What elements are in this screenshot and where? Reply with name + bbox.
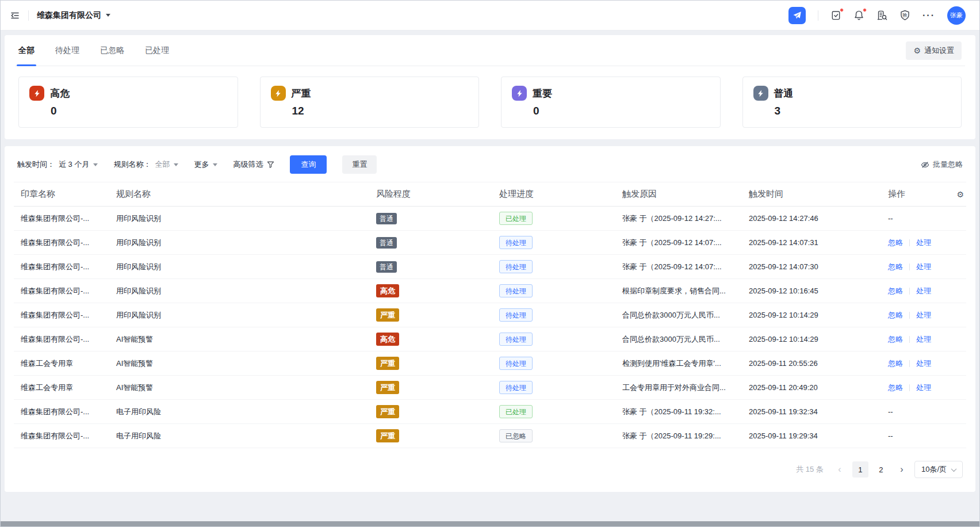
ignore-link[interactable]: 忽略	[888, 383, 903, 392]
rule-name-cell: AI智能预警	[109, 376, 369, 400]
chevron-down-icon	[951, 466, 957, 472]
tab-handled[interactable]: 已处理	[145, 35, 169, 66]
risk-level-cell: 普通	[369, 207, 492, 231]
company-switcher[interactable]: 维森集团有限公司	[37, 10, 110, 21]
page-size-value: 10条/页	[921, 464, 947, 475]
trigger-time-cell: 2025-09-12 14:07:30	[742, 255, 881, 279]
ignore-link[interactable]: 忽略	[888, 262, 903, 271]
next-page-button[interactable]: ›	[894, 461, 910, 478]
header-trigger-time: 触发时间	[742, 182, 881, 207]
risk-badge: 严重	[376, 429, 399, 442]
table-row: 维森集团有限公司-...用印风险识别严重待处理合同总价款3000万元人民币...…	[14, 303, 966, 327]
ignore-link[interactable]: 忽略	[888, 335, 903, 343]
send-message-button[interactable]	[788, 7, 806, 24]
notification-dot	[840, 8, 844, 12]
status-badge: 待处理	[499, 284, 533, 297]
risk-badge: 普通	[376, 261, 397, 273]
handle-link[interactable]: 处理	[916, 311, 931, 319]
notify-settings-label: 通知设置	[924, 45, 954, 56]
seal-name-cell: 维森集团有限公司-...	[14, 231, 109, 255]
table-row: 维森集团有限公司-...用印风险识别高危待处理根据印章制度要求，销售合同...2…	[14, 279, 966, 303]
collapse-sidebar-button[interactable]	[10, 10, 20, 21]
actions-cell: --	[881, 424, 942, 448]
trigger-reason-cell: 合同总价款3000万元人民币...	[615, 303, 742, 327]
table-row: 维森集团有限公司-...用印风险识别普通待处理张豪 于（2025-09-12 1…	[14, 255, 966, 279]
seal-name-cell: 维森集团有限公司-...	[14, 327, 109, 352]
gear-cell	[942, 231, 966, 255]
risk-badge: 高危	[376, 333, 399, 346]
window-bottom-edge	[1, 521, 979, 526]
handle-link[interactable]: 处理	[916, 238, 931, 247]
status-badge: 待处理	[499, 333, 533, 346]
actions-cell: 忽略处理	[881, 255, 942, 279]
status-cell: 已处理	[492, 400, 615, 424]
ignore-link[interactable]: 忽略	[888, 359, 903, 368]
stat-card-high-risk: 高危 0	[18, 77, 238, 128]
column-settings-icon[interactable]: ⚙	[956, 190, 964, 199]
rule-name-cell: 用印风险识别	[109, 303, 369, 327]
handle-link[interactable]: 处理	[916, 359, 931, 368]
notify-settings-button[interactable]: ⚙ 通知设置	[906, 41, 962, 60]
trigger-time-cell: 2025-09-12 14:27:46	[742, 207, 881, 231]
tab-all[interactable]: 全部	[18, 35, 35, 66]
filter-rule-name[interactable]: 规则名称：全部	[113, 159, 178, 170]
notifications-button[interactable]	[853, 10, 864, 21]
header-actions: 操作	[881, 182, 942, 207]
page-button-2[interactable]: 2	[873, 461, 889, 478]
ignore-link[interactable]: 忽略	[888, 311, 903, 319]
stat-value: 0	[533, 105, 710, 117]
table-row: 维森集团有限公司-...用印风险识别普通待处理张豪 于（2025-09-12 1…	[14, 231, 966, 255]
status-badge: 已处理	[499, 405, 533, 418]
ignore-link[interactable]: 忽略	[888, 238, 903, 247]
gear-cell	[942, 327, 966, 352]
status-cell: 待处理	[492, 376, 615, 400]
reset-button[interactable]: 重置	[342, 155, 377, 174]
risk-level-cell: 普通	[369, 231, 492, 255]
ignore-link[interactable]: 忽略	[888, 287, 903, 295]
actions-cell: 忽略处理	[881, 352, 942, 376]
avatar[interactable]: 张豪	[947, 6, 966, 25]
tab-pending[interactable]: 待处理	[55, 35, 79, 66]
table-row: 维森集团有限公司-...用印风险识别普通已处理张豪 于（2025-09-12 1…	[14, 207, 966, 231]
topbar-divider	[818, 10, 818, 21]
header-rule-name: 规则名称	[109, 182, 369, 207]
verify-shield-button[interactable]: 验	[899, 10, 910, 21]
shield-verify-icon: 验	[899, 10, 910, 21]
status-badge: 待处理	[499, 381, 533, 394]
prev-page-button[interactable]: ‹	[832, 461, 848, 478]
rule-name-cell: 用印风险识别	[109, 231, 369, 255]
status-cell: 待处理	[492, 327, 615, 352]
risk-badge: 严重	[376, 405, 399, 418]
trigger-reason-cell: 张豪 于（2025-09-12 14:07:...	[615, 255, 742, 279]
search-button[interactable]: 查询	[290, 155, 327, 174]
batch-ignore-button[interactable]: 批量忽略	[921, 159, 963, 170]
action-divider	[909, 360, 910, 367]
page-size-select[interactable]: 10条/页	[914, 461, 963, 478]
advanced-filter[interactable]: 高级筛选	[233, 159, 274, 170]
more-menu-button[interactable]: ···	[922, 10, 935, 21]
handle-link[interactable]: 处理	[916, 335, 931, 343]
action-divider	[909, 312, 910, 319]
topbar: 维森集团有限公司	[1, 1, 979, 30]
tab-ignored[interactable]: 已忽略	[100, 35, 124, 66]
org-search-button[interactable]	[876, 10, 887, 21]
filter-trigger-time[interactable]: 触发时间：近 3 个月	[17, 159, 98, 170]
rule-name-cell: 电子用印风险	[109, 424, 369, 448]
collapse-sidebar-icon	[10, 10, 20, 21]
status-badge: 待处理	[499, 236, 533, 249]
handle-link[interactable]: 处理	[916, 287, 931, 295]
trigger-time-cell: 2025-09-12 10:14:29	[742, 327, 881, 352]
todo-button[interactable]	[830, 10, 841, 21]
table-row: 维森工会专用章AI智能预警严重待处理检测到使用'维森工会专用章'...2025-…	[14, 352, 966, 376]
status-cell: 待处理	[492, 255, 615, 279]
status-cell: 待处理	[492, 279, 615, 303]
actions-cell: 忽略处理	[881, 231, 942, 255]
trigger-reason-cell: 张豪 于（2025-09-11 19:32:...	[615, 400, 742, 424]
status-cell: 待处理	[492, 231, 615, 255]
handle-link[interactable]: 处理	[916, 262, 931, 271]
filter-label: 触发时间：	[17, 159, 55, 170]
notification-dot	[863, 8, 867, 12]
handle-link[interactable]: 处理	[916, 383, 931, 392]
page-button-1[interactable]: 1	[852, 461, 868, 478]
filter-more[interactable]: 更多	[194, 159, 217, 170]
